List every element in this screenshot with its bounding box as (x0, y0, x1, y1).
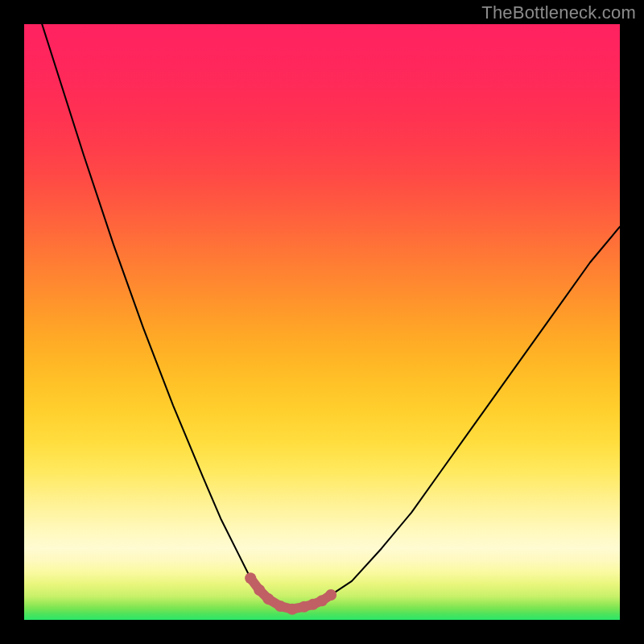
curve-layer (24, 24, 620, 620)
highlight-dot (254, 584, 265, 596)
chart-area (24, 24, 620, 620)
highlight-dot (262, 593, 274, 605)
highlight-dot (325, 589, 336, 601)
highlight-dot (287, 604, 298, 615)
highlight-dot (275, 601, 286, 612)
main-curve (42, 24, 620, 609)
highlight-dots (245, 572, 336, 615)
watermark-text: TheBottleneck.com (481, 2, 636, 23)
highlight-dot (245, 572, 256, 584)
